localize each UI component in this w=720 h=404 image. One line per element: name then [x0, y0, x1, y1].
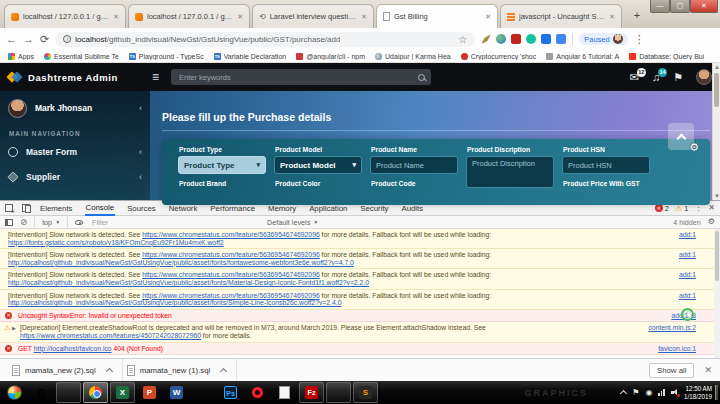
bookmark-item[interactable]: Udaipur | Karma Hea [375, 53, 451, 60]
scrollbar-up-arrow[interactable]: ▲ [714, 64, 720, 70]
devtools-tab-elements[interactable]: Elements [39, 202, 74, 215]
product-hsn-input[interactable] [562, 156, 650, 174]
product-discription-textarea[interactable] [466, 156, 554, 188]
admin-search[interactable] [171, 69, 431, 85]
chrome-menu-icon[interactable]: ⋮ [634, 34, 645, 45]
taskbar-powerpoint[interactable]: P [137, 382, 162, 403]
context-selector[interactable]: top▼ [42, 218, 60, 227]
console-scrollbar-thumb[interactable] [715, 231, 719, 281]
download-item[interactable]: mamata_new (1).sql [123, 359, 238, 381]
close-button[interactable]: ✕ [690, 0, 718, 13]
devtools-menu-icon[interactable]: ⋮ [694, 204, 702, 212]
blue-square-extension-icon[interactable] [541, 34, 551, 44]
messages-icon[interactable]: ✉12 [630, 72, 639, 83]
taskbar-internet-explorer[interactable]: e [29, 382, 54, 403]
expand-arrow-icon[interactable]: ▶ [12, 325, 16, 333]
tab-close-icon[interactable]: ✕ [609, 13, 615, 21]
tab-close-icon[interactable]: ✕ [237, 13, 243, 21]
bookmark-item[interactable]: Database: Query Bui [629, 53, 704, 60]
inspect-element-icon[interactable] [5, 204, 13, 212]
tab-close-icon[interactable]: ✕ [113, 13, 119, 21]
browser-tab[interactable]: localhost / 127.0.0.1 / gst_larav✕ [128, 4, 250, 28]
taskbar-xampp[interactable] [326, 382, 351, 403]
taskbar-excel[interactable]: X [110, 382, 135, 403]
clear-console-icon[interactable]: ⊘ [20, 217, 27, 227]
bookmark-item[interactable]: Angular 6 Tutorial: A [546, 53, 619, 60]
taskbar-word[interactable]: W [164, 382, 189, 403]
red-square-extension-icon[interactable] [511, 34, 521, 44]
minimize-button[interactable]: — [650, 0, 670, 13]
scrollbar-thumb[interactable] [714, 73, 719, 107]
bookmark-item[interactable]: TSVariable Declaration [214, 53, 287, 60]
forward-icon[interactable]: → [23, 34, 34, 45]
brand-logo[interactable]: Dashtreme Admin [8, 70, 140, 84]
browser-tab[interactable]: Gst Billing✕ [376, 4, 498, 28]
show-all-downloads-button[interactable]: Show all [649, 363, 694, 378]
hidden-messages-label[interactable]: 4 hidden [673, 218, 701, 227]
message-link[interactable]: https://www.chromestatus.com/feature/563… [142, 231, 320, 238]
bookmark-item[interactable]: TSPlayground - TypeSc [129, 53, 204, 60]
log-levels-selector[interactable]: Default levels▼ [267, 218, 318, 227]
download-item[interactable]: mamata_new (2).sql [8, 359, 123, 381]
taskbar-start[interactable] [2, 382, 27, 403]
tray-app-icon[interactable]: ◉ [646, 389, 653, 397]
source-link[interactable]: add:1 [679, 292, 696, 300]
theme-settings-gear-icon[interactable]: ⚙ [689, 141, 699, 154]
network-signal-icon[interactable] [658, 389, 665, 396]
page-info-icon[interactable]: i [63, 35, 71, 43]
devtools-close-icon[interactable]: ✕ [708, 204, 715, 212]
bookmark-item[interactable]: @angular/cli - npm [296, 53, 365, 60]
flag-icon[interactable]: ⚑ [673, 72, 683, 83]
profile-sync-pill[interactable]: Paused [579, 33, 627, 45]
translate-extension-icon[interactable] [556, 34, 566, 44]
taskbar-notes[interactable] [272, 382, 297, 403]
downloads-close-icon[interactable]: ✕ [704, 365, 712, 375]
chevron-up-icon[interactable] [106, 367, 113, 374]
device-toolbar-icon[interactable] [22, 204, 30, 212]
bookmark-star-icon[interactable]: ☆ [458, 34, 467, 45]
product-type-select[interactable]: Product Type▾ [178, 156, 266, 174]
devtools-tab-sources[interactable]: Sources [126, 202, 157, 215]
taskbar-opera[interactable] [245, 382, 270, 403]
message-link[interactable]: https://www.chromestatus.com/feature/563… [142, 292, 320, 299]
sidebar-toggle-icon[interactable]: ≡ [152, 70, 159, 84]
message-link[interactable]: https://www.chromestatus.com/features/45… [20, 332, 201, 339]
scroll-top-button[interactable]: ⚙ [668, 123, 694, 150]
message-link[interactable]: http://localhost/github_indivisual/NewGs… [8, 299, 341, 306]
message-link[interactable]: https://fonts.gstatic.com/s/roboto/v18/K… [8, 239, 224, 246]
message-link[interactable]: http://localhost/github_indivisual/NewGs… [8, 279, 369, 286]
volume-icon[interactable] [671, 389, 678, 396]
console-prompt[interactable]: > [0, 355, 720, 358]
taskbar-filezilla[interactable]: Fz [299, 382, 324, 403]
maximize-button[interactable]: ▢ [670, 0, 690, 13]
notifications-bell-icon[interactable]: ♫14 [652, 72, 660, 83]
tray-flag-icon[interactable]: ⚑ [632, 389, 639, 397]
browser-tab[interactable]: localhost / 127.0.0.1 / gst_larav✕ [4, 4, 126, 28]
product-model-select[interactable]: Product Model▾ [274, 156, 362, 174]
show-desktop-button[interactable] [715, 385, 718, 400]
source-link[interactable]: content.min.js:2 [648, 324, 696, 332]
globe-extension-icon[interactable] [496, 34, 506, 44]
live-expression-eye-icon[interactable] [75, 220, 83, 225]
bookmark-item[interactable]: Essential Sublime Te [44, 53, 119, 60]
browser-tab[interactable]: javascript - Uncaught SyntaxErr✕ [500, 4, 622, 28]
address-bar[interactable]: i localhost/github_indivisual/NewGst/Gst… [55, 32, 475, 47]
message-link[interactable]: http://localhost/github_indivisual/NewGs… [8, 259, 354, 266]
chevron-up-icon[interactable] [220, 367, 227, 374]
taskbar-sublime[interactable]: S [353, 382, 378, 403]
tab-close-icon[interactable]: ✕ [361, 13, 367, 21]
back-icon[interactable]: ← [6, 34, 17, 45]
page-scrollbar[interactable]: ▲ ▼ [712, 63, 720, 200]
tab-close-icon[interactable]: ✕ [485, 13, 491, 21]
message-link[interactable]: https://www.chromestatus.com/feature/563… [142, 271, 320, 278]
taskbar-chrome[interactable] [83, 382, 108, 403]
console-sidebar-icon[interactable] [5, 219, 13, 226]
refresh-icon[interactable]: ⟳ [40, 34, 49, 45]
bookmark-item[interactable]: Apps [8, 53, 34, 60]
user-avatar[interactable] [696, 69, 712, 85]
search-icon[interactable] [418, 74, 425, 81]
tray-expand-icon[interactable] [620, 390, 627, 397]
product-name-input[interactable] [370, 156, 458, 174]
source-link[interactable]: favicon.ico:1 [658, 345, 696, 353]
message-link[interactable]: http://localhost/favicon.ico [34, 345, 112, 352]
